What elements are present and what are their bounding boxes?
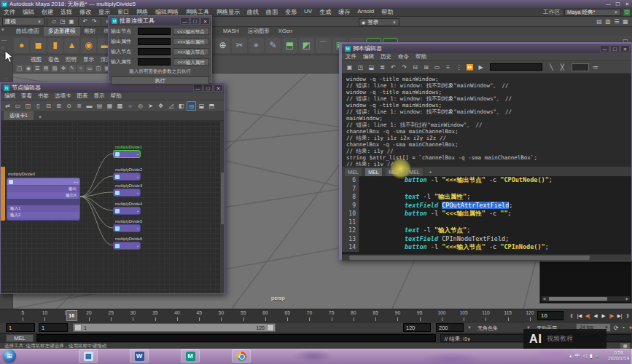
- bins-icon[interactable]: ⬓: [197, 101, 206, 111]
- shelf-tab-雕刻[interactable]: 雕刻: [80, 27, 100, 36]
- script-editor-title-bar[interactable]: M 脚本编辑器 —☐✕: [342, 44, 631, 53]
- menu-编辑[interactable]: 编辑: [19, 8, 38, 16]
- move-mode-icon[interactable]: ✥: [156, 101, 165, 111]
- menu-创建[interactable]: 创建: [38, 8, 57, 16]
- menu-缓存[interactable]: 缓存: [335, 8, 354, 16]
- script-tab-2[interactable]: MEL: [364, 167, 383, 176]
- quad-draw-icon[interactable]: ✎: [265, 38, 281, 53]
- node-attr-row[interactable]: 输入1: [7, 205, 80, 212]
- select-mode-icon[interactable]: ➤: [146, 101, 155, 111]
- clear-all-icon[interactable]: ▭: [432, 63, 442, 72]
- grid-toggle-icon[interactable]: ⊡: [187, 101, 196, 111]
- shelf-tab-运动图形[interactable]: 运动图形: [243, 27, 274, 36]
- graph-node-multiplyDivide5[interactable]: ▪: [113, 224, 141, 232]
- playback-speed-icon[interactable]: ◔: [620, 324, 627, 332]
- script-history-pane[interactable]: window -q -title mainWindow;// 错误: line …: [342, 74, 631, 166]
- antivirus-icon[interactable]: ●: [596, 352, 598, 360]
- minimize-icon[interactable]: —: [180, 17, 190, 25]
- ne-menu-图表[interactable]: 图表: [77, 92, 88, 100]
- ime-icon[interactable]: 中: [575, 352, 580, 360]
- animation-start-field[interactable]: 1: [6, 323, 35, 332]
- text-field[interactable]: [138, 28, 171, 35]
- shelf-menu-icons[interactable]: —○: [1, 37, 7, 50]
- scroll-right-icon[interactable]: ▶: [625, 296, 630, 301]
- save-script-icon[interactable]: ▣: [345, 63, 354, 72]
- maya-icon[interactable]: M: [181, 349, 200, 363]
- range-end-handle[interactable]: [267, 324, 274, 331]
- explorer-icon[interactable]: ▤: [79, 349, 98, 363]
- bookmark-icon[interactable]: ▤: [42, 65, 50, 72]
- node-graph-area[interactable]: multiplyDivide0 ▪ ▪ 输出输出X输入1输入2 multiply…: [1, 121, 225, 293]
- text-field[interactable]: [138, 48, 171, 55]
- undo-icon[interactable]: ↶: [81, 17, 90, 26]
- close-icon[interactable]: ✕: [214, 84, 223, 92]
- start-button[interactable]: ⊞: [3, 349, 16, 363]
- node-editor-scrollbar[interactable]: [220, 121, 225, 293]
- taskbar-clock[interactable]: 0:56 2020/1/19: [608, 350, 629, 362]
- close-icon[interactable]: ✕: [200, 17, 210, 25]
- graph-node-multiplyDivide2[interactable]: ▪: [113, 173, 141, 181]
- full-view-icon[interactable]: ▦: [105, 101, 114, 111]
- go-to-start-button[interactable]: ⟪: [568, 311, 575, 320]
- simple-view-icon[interactable]: ▬: [85, 101, 94, 111]
- load-selection-button[interactable]: <<<输入节点: [173, 48, 209, 55]
- character-set-dropdown[interactable]: 无角色集: [477, 325, 498, 332]
- target-weld-icon[interactable]: ⌖: [249, 38, 264, 53]
- source-node[interactable]: ▪ ▪ 输出输出X输入1输入2: [7, 178, 80, 221]
- menu-曲线[interactable]: 曲线: [243, 8, 262, 16]
- poly-cone-icon[interactable]: ▲: [64, 38, 79, 53]
- graph-upstream-icon[interactable]: ⊟: [44, 101, 53, 111]
- channel-box-icon[interactable]: ▦: [621, 17, 630, 26]
- show-stack-trace-icon[interactable]: ≡: [443, 63, 453, 72]
- script-tab-1[interactable]: MEL: [344, 167, 362, 176]
- 2d-pan-zoom-icon[interactable]: ✥: [60, 65, 67, 72]
- menu-生成[interactable]: 生成: [316, 8, 335, 16]
- maximize-icon[interactable]: ☐: [613, 1, 623, 7]
- menu-网格显示[interactable]: 网格显示: [213, 8, 243, 16]
- select-camera-icon[interactable]: ▢: [16, 65, 23, 72]
- minimize-icon[interactable]: —: [604, 1, 613, 7]
- ne-menu-选项卡[interactable]: 选项卡: [55, 92, 71, 100]
- ne-menu-查看[interactable]: 查看: [21, 92, 32, 100]
- add-to-graph-icon[interactable]: ▭: [13, 101, 23, 111]
- command-input[interactable]: [36, 334, 436, 342]
- minimize-icon[interactable]: —: [600, 45, 609, 52]
- boolean-icon[interactable]: ⊕: [215, 38, 230, 53]
- open-script-icon[interactable]: ◳: [356, 63, 365, 72]
- clear-history-icon[interactable]: ⊞: [421, 63, 431, 72]
- panel-menu-照明[interactable]: 照明: [66, 56, 77, 63]
- pin-node-icon[interactable]: ⊙: [64, 101, 74, 111]
- save-scene-icon[interactable]: ▣: [67, 17, 76, 26]
- source-script-icon[interactable]: ≣: [378, 63, 387, 72]
- graph-node-multiplyDivide3[interactable]: ▪: [113, 189, 141, 197]
- ne-menu-帮助[interactable]: 帮助: [111, 92, 122, 100]
- script-input-pane[interactable]: 6button -l "<<<输出节点" -c "CPOutNode()";78…: [342, 176, 631, 254]
- auto-keyframe-icon[interactable]: ✦: [627, 324, 632, 332]
- se-menu-历史[interactable]: 历史: [381, 53, 391, 60]
- film-gate-icon[interactable]: ▭: [86, 65, 93, 72]
- graph-node-multiplyDivide4[interactable]: ▪: [113, 207, 141, 215]
- undo-icon[interactable]: ↶: [389, 63, 398, 72]
- remove-node-icon[interactable]: ◫: [23, 101, 33, 111]
- battery-icon[interactable]: ▮: [590, 352, 593, 360]
- lock-graph-icon[interactable]: ⬒: [207, 101, 216, 111]
- custom-view-icon[interactable]: ▩: [115, 101, 125, 111]
- add-tab-button[interactable]: +: [426, 168, 435, 176]
- se-menu-编辑[interactable]: 编辑: [363, 53, 374, 60]
- shelf-tab-XGen[interactable]: XGen: [274, 27, 297, 36]
- zoom-search-icon[interactable]: ○: [125, 101, 135, 111]
- tool-settings-icon[interactable]: ☰: [612, 17, 621, 26]
- grease-pencil-icon[interactable]: ✎: [69, 65, 76, 72]
- menu-选择[interactable]: 选择: [57, 8, 76, 16]
- execute-icon[interactable]: ▶: [476, 63, 485, 72]
- text-field[interactable]: [138, 58, 171, 66]
- frame-all-icon[interactable]: ◎: [136, 101, 145, 111]
- node-header[interactable]: ▪ ▪: [7, 178, 80, 186]
- workspace-dropdown[interactable]: Maya 经典* ▼: [564, 9, 621, 16]
- playback-start-field[interactable]: 1: [39, 323, 68, 332]
- resolution-gate-icon[interactable]: ◫: [95, 65, 102, 72]
- step-back-frame-button[interactable]: |◀: [576, 311, 583, 320]
- attribute-editor-icon[interactable]: ▥: [604, 17, 612, 26]
- search-input[interactable]: [490, 63, 542, 71]
- text-field[interactable]: [138, 38, 171, 45]
